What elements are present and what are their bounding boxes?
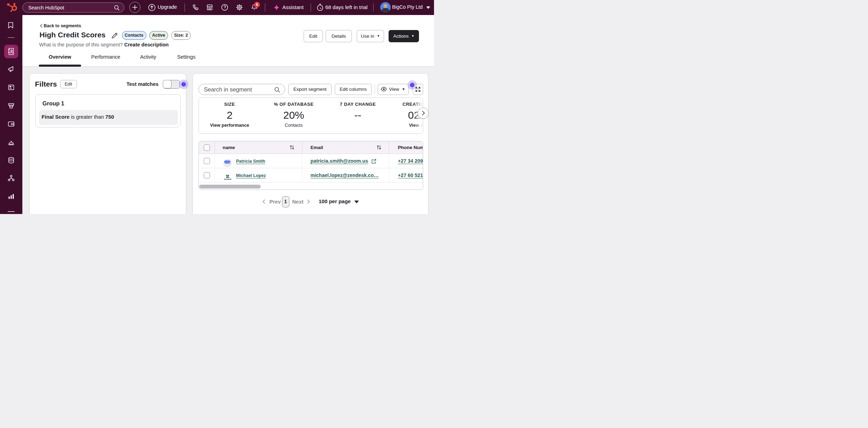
svg-text:zendesk: zendesk [224,178,231,180]
